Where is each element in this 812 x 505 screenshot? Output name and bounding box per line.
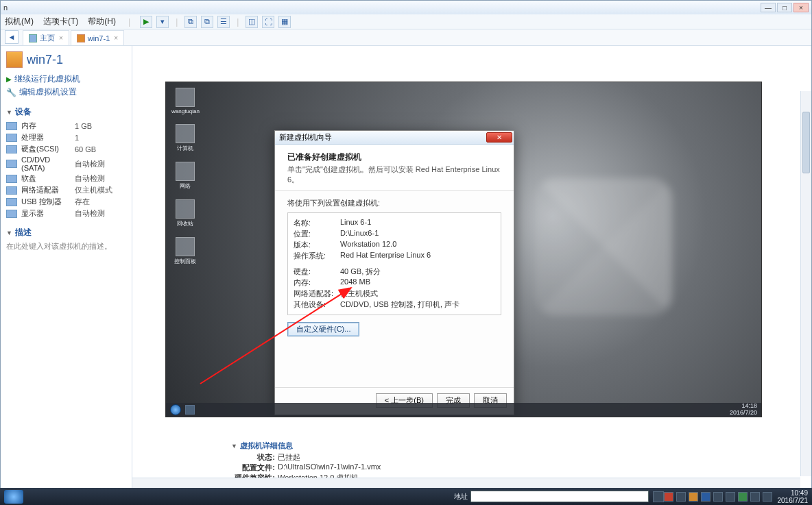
wizard-intro: 将使用下列设置创建虚拟机: — [287, 198, 501, 208]
vm-details-section: ▼ 虚拟机详细信息 状态:已挂起 配置文件:D:\UltraISO\win7-1… — [231, 441, 381, 483]
close-tab-icon[interactable]: × — [114, 34, 118, 42]
vm-title: win7-1 — [6, 51, 126, 68]
toolbar-snapshot-icon[interactable]: ⧉ — [184, 16, 197, 28]
wizard-summary-box: 名称:Linux 6-1 位置:D:\Linux6-1 版本:Workstati… — [287, 212, 501, 315]
window-close[interactable]: × — [793, 3, 809, 12]
tray-icon[interactable] — [726, 492, 735, 502]
tray-icon[interactable] — [750, 492, 760, 502]
window-maximize[interactable]: □ — [777, 3, 792, 12]
desktop-icon[interactable]: wangfuqian — [171, 88, 199, 114]
device-disk[interactable]: 硬盘(SCSI)60 GB — [6, 144, 126, 154]
host-taskbar: 地址 10:49 2016/7/21 — [0, 488, 812, 505]
wrench-icon: 🔧 — [6, 88, 16, 97]
edit-vm-settings-link[interactable]: 🔧 编辑虚拟机设置 — [6, 86, 126, 98]
network-icon — [176, 162, 195, 181]
scrollbar-thumb[interactable] — [802, 112, 810, 173]
menu-vm[interactable]: 拟机(M) — [5, 16, 34, 27]
disk-icon — [6, 145, 17, 153]
toolbar-multimon-icon[interactable]: ▦ — [278, 16, 291, 28]
toolbar-dropdown-icon[interactable]: ▾ — [156, 16, 169, 28]
vertical-scrollbar[interactable] — [800, 91, 811, 476]
sidebar: win7-1 ▶ 继续运行此虚拟机 🔧 编辑虚拟机设置 ▼ 设备 内存1 GB … — [1, 46, 132, 489]
description-section-header[interactable]: ▼ 描述 — [6, 227, 126, 238]
cpu-icon — [6, 134, 17, 142]
nav-back-icon[interactable]: ◄ — [5, 30, 19, 44]
guest-start-button[interactable] — [170, 404, 181, 415]
memory-icon — [6, 122, 17, 130]
tray-icon[interactable] — [701, 492, 710, 502]
recycle-icon — [176, 199, 195, 219]
wizard-subheading: 单击"完成"创建虚拟机。然后可以安装 Red Hat Enterprise Li… — [287, 164, 501, 185]
tray-icon[interactable] — [689, 492, 698, 502]
address-go-icon[interactable] — [653, 491, 664, 502]
customize-hardware-button[interactable]: 自定义硬件(C)... — [287, 322, 359, 336]
chevron-down-icon: ▼ — [6, 230, 12, 236]
close-tab-icon[interactable]: × — [59, 34, 63, 42]
device-network[interactable]: 网络适配器仅主机模式 — [6, 185, 126, 195]
usb-icon — [6, 198, 17, 206]
tray-icon[interactable] — [713, 492, 723, 502]
system-tray — [664, 492, 772, 502]
computer-icon — [176, 124, 195, 143]
tray-icon[interactable] — [676, 492, 686, 502]
vmware-main-window: n — □ × 拟机(M) 选项卡(T) 帮助(H) | ▶ ▾ | ⧉ ⧉ ☰… — [0, 0, 812, 488]
resume-vm-link[interactable]: ▶ 继续运行此虚拟机 — [6, 73, 126, 85]
home-icon — [29, 34, 37, 42]
guest-clock: 14:18 2016/7/20 — [730, 403, 757, 417]
device-usb[interactable]: USB 控制器存在 — [6, 197, 126, 207]
tab-vm-win7-1[interactable]: win7-1 × — [71, 30, 124, 45]
device-display[interactable]: 显示器自动检测 — [6, 208, 126, 219]
tray-volume-icon[interactable] — [763, 492, 772, 502]
devices-section-header[interactable]: ▼ 设备 — [6, 106, 126, 118]
new-vm-wizard-dialog: 新建虚拟机向导 ✕ 已准备好创建虚拟机 单击"完成"创建虚拟机。然后可以安装 R… — [274, 130, 514, 415]
address-input[interactable] — [470, 491, 649, 502]
tabstrip: ◄ 主页 × win7-1 × — [1, 29, 811, 46]
folder-icon — [176, 88, 195, 107]
toolbar-clone-icon[interactable]: ⧉ — [201, 16, 213, 28]
network-icon — [6, 186, 17, 195]
app-title: n — [3, 3, 8, 12]
play-icon: ▶ — [6, 75, 12, 83]
toolbar-fullscreen-icon[interactable]: ⛶ — [262, 16, 274, 28]
tray-icon[interactable] — [738, 492, 748, 502]
description-placeholder[interactable]: 在此处键入对该虚拟机的描述。 — [6, 241, 126, 251]
vm-icon — [77, 34, 85, 42]
vm-details-header[interactable]: ▼ 虚拟机详细信息 — [231, 441, 381, 451]
device-cddvd[interactable]: CD/DVD (SATA)自动检测 — [6, 156, 126, 172]
menu-help[interactable]: 帮助(H) — [88, 16, 116, 27]
host-clock[interactable]: 10:49 2016/7/21 — [778, 489, 809, 504]
host-start-button[interactable] — [4, 490, 23, 504]
guest-taskbar: 14:18 2016/7/20 — [166, 403, 761, 417]
devices-list: 内存1 GB 处理器1 硬盘(SCSI)60 GB CD/DVD (SATA)自… — [6, 121, 126, 219]
vm-large-icon — [6, 51, 23, 68]
toolbar-manager-icon[interactable]: ☰ — [217, 16, 230, 28]
wizard-titlebar[interactable]: 新建虚拟机向导 ✕ — [275, 131, 514, 145]
menu-tabs[interactable]: 选项卡(T) — [43, 16, 78, 27]
windows-logo-icon — [535, 178, 672, 315]
wizard-close-button[interactable]: ✕ — [486, 132, 512, 143]
desktop-icon[interactable]: 网络 — [171, 162, 199, 190]
toolbar-unity-icon[interactable]: ◫ — [246, 16, 258, 28]
address-label: 地址 — [454, 492, 468, 502]
desktop-icon[interactable]: 回收站 — [171, 199, 199, 227]
tray-icon[interactable] — [664, 492, 673, 502]
chevron-down-icon: ▼ — [6, 109, 12, 116]
wizard-heading: 已准备好创建虚拟机 — [287, 151, 501, 163]
desktop-icon[interactable]: 控制面板 — [171, 237, 199, 265]
device-cpu[interactable]: 处理器1 — [6, 132, 126, 143]
tab-home[interactable]: 主页 × — [23, 30, 69, 45]
device-memory[interactable]: 内存1 GB — [6, 121, 126, 131]
titlebar: n — □ × — [1, 1, 811, 14]
disc-icon — [6, 160, 17, 168]
window-minimize[interactable]: — — [761, 3, 776, 12]
floppy-icon — [6, 175, 17, 183]
toolbar-play-icon[interactable]: ▶ — [140, 16, 152, 28]
device-floppy[interactable]: 软盘自动检测 — [6, 173, 126, 184]
horizontal-scrollbar[interactable] — [132, 478, 800, 489]
display-icon — [6, 210, 17, 218]
guest-desktop-preview: wangfuqian 计算机 网络 回收站 控制面板 新建虚拟机向导 ✕ 已准备… — [165, 82, 762, 417]
main-area: wangfuqian 计算机 网络 回收站 控制面板 新建虚拟机向导 ✕ 已准备… — [132, 46, 811, 489]
guest-taskbar-ie-icon[interactable] — [185, 405, 195, 415]
desktop-icon[interactable]: 计算机 — [171, 124, 199, 152]
chevron-down-icon: ▼ — [231, 443, 237, 449]
